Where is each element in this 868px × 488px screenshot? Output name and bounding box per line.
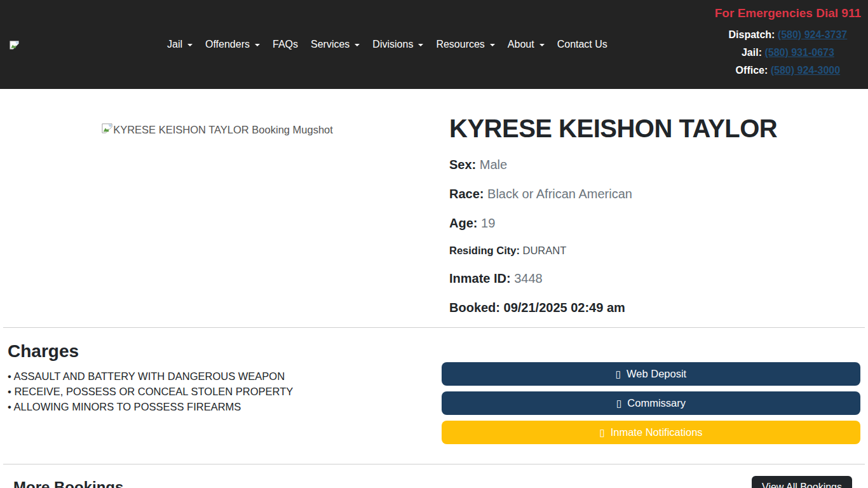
dispatch-phone-link[interactable]: (580) 924-3737 bbox=[778, 29, 847, 40]
actions-column: ▯ Web Deposit ▯ Commissary ▯ Inmate Noti… bbox=[434, 341, 868, 450]
nav-item-jail[interactable]: Jail bbox=[161, 39, 199, 50]
emergency-contacts: For Emergencies Dial 911 Dispatch: (580)… bbox=[715, 5, 861, 79]
residing-city-label: Residing City: bbox=[449, 245, 520, 256]
jail-phone-row: Jail: (580) 931-0673 bbox=[715, 44, 861, 62]
charge-item: ASSAULT AND BATTERY WITH DANGEROUS WEAPO… bbox=[8, 369, 434, 384]
view-all-bookings-button[interactable]: View All Bookings bbox=[752, 476, 852, 488]
commissary-button[interactable]: ▯ Commissary bbox=[442, 391, 860, 415]
chevron-down-icon bbox=[187, 44, 193, 46]
sex-row: Sex: Male bbox=[449, 155, 860, 174]
inmate-notifications-button[interactable]: ▯ Inmate Notifications bbox=[442, 421, 860, 444]
inmate-id-value: 3448 bbox=[514, 271, 543, 285]
sex-label: Sex: bbox=[449, 158, 476, 172]
nav-item-about[interactable]: About bbox=[501, 39, 551, 50]
booked-row: Booked: 09/21/2025 02:49 am bbox=[449, 298, 860, 317]
inmate-notifications-label: Inmate Notifications bbox=[611, 426, 703, 438]
race-row: Race: Black or African American bbox=[449, 184, 860, 203]
charge-item: RECEIVE, POSSESS OR CONCEAL STOLEN PROPE… bbox=[8, 384, 434, 399]
site-header: Jail Offenders FAQs Services Divisions R… bbox=[0, 0, 868, 89]
chevron-down-icon bbox=[539, 44, 545, 46]
inmate-id-label: Inmate ID: bbox=[449, 271, 511, 285]
nav-item-faqs[interactable]: FAQs bbox=[266, 39, 304, 50]
inmate-id-row: Inmate ID: 3448 bbox=[449, 269, 860, 288]
inmate-notifications-icon: ▯ bbox=[599, 428, 604, 437]
sex-value: Male bbox=[480, 158, 507, 172]
site-logo-broken-image[interactable] bbox=[9, 39, 20, 50]
race-value: Black or African American bbox=[487, 187, 632, 201]
booking-detail-page: KYRESE KEISHON TAYLOR Booking Mugshot KY… bbox=[0, 89, 868, 488]
mugshot-broken-image: KYRESE KEISHON TAYLOR Booking Mugshot bbox=[0, 122, 434, 137]
residing-city-value: DURANT bbox=[523, 245, 567, 256]
booked-value: 09/21/2025 02:49 am bbox=[504, 301, 625, 315]
inmate-name-heading: KYRESE KEISHON TAYLOR bbox=[449, 113, 860, 144]
jail-label: Jail: bbox=[742, 47, 762, 58]
dispatch-phone-row: Dispatch: (580) 924-3737 bbox=[715, 26, 861, 44]
more-bookings-section: More Bookings View All Bookings bbox=[0, 464, 868, 488]
more-bookings-heading: More Bookings bbox=[13, 478, 123, 488]
web-deposit-label: Web Deposit bbox=[627, 368, 686, 380]
web-deposit-button[interactable]: ▯ Web Deposit bbox=[442, 362, 860, 386]
charges-heading: Charges bbox=[8, 341, 434, 362]
nav-item-resources[interactable]: Resources bbox=[430, 39, 501, 50]
emergency-title: For Emergencies Dial 911 bbox=[715, 5, 861, 22]
residing-city-row: Residing City: DURANT bbox=[449, 243, 860, 259]
office-phone-row: Office: (580) 924-3000 bbox=[715, 62, 861, 79]
race-label: Race: bbox=[449, 187, 484, 201]
main-nav: Jail Offenders FAQs Services Divisions R… bbox=[161, 0, 614, 89]
jail-phone-link[interactable]: (580) 931-0673 bbox=[764, 47, 834, 58]
charges-column: Charges ASSAULT AND BATTERY WITH DANGERO… bbox=[0, 341, 434, 450]
charge-list: ASSAULT AND BATTERY WITH DANGEROUS WEAPO… bbox=[8, 369, 434, 414]
nav-item-divisions[interactable]: Divisions bbox=[366, 39, 430, 50]
age-value: 19 bbox=[481, 216, 495, 230]
office-phone-link[interactable]: (580) 924-3000 bbox=[771, 65, 840, 76]
dispatch-label: Dispatch: bbox=[728, 29, 775, 40]
web-deposit-icon: ▯ bbox=[616, 369, 621, 379]
nav-item-offenders[interactable]: Offenders bbox=[199, 39, 266, 50]
nav-item-contact-us[interactable]: Contact Us bbox=[551, 39, 614, 50]
mugshot-alt-text: KYRESE KEISHON TAYLOR Booking Mugshot bbox=[113, 123, 333, 136]
charges-section: Charges ASSAULT AND BATTERY WITH DANGERO… bbox=[0, 328, 868, 450]
broken-image-icon bbox=[101, 122, 113, 137]
mugshot-column: KYRESE KEISHON TAYLOR Booking Mugshot bbox=[0, 113, 434, 327]
chevron-down-icon bbox=[355, 44, 360, 46]
chevron-down-icon bbox=[255, 44, 260, 46]
broken-image-icon bbox=[9, 41, 20, 52]
chevron-down-icon bbox=[418, 44, 423, 46]
charge-item: ALLOWING MINORS TO POSSESS FIREARMS bbox=[8, 399, 434, 414]
commissary-icon: ▯ bbox=[616, 398, 621, 408]
nav-item-services[interactable]: Services bbox=[304, 39, 366, 50]
age-row: Age: 19 bbox=[449, 214, 860, 233]
office-label: Office: bbox=[736, 65, 768, 76]
age-label: Age: bbox=[449, 216, 477, 230]
chevron-down-icon bbox=[490, 44, 495, 46]
booked-label: Booked: bbox=[449, 301, 500, 315]
inmate-details-column: KYRESE KEISHON TAYLOR Sex: Male Race: Bl… bbox=[434, 113, 868, 327]
inmate-profile-section: KYRESE KEISHON TAYLOR Booking Mugshot KY… bbox=[0, 89, 868, 327]
commissary-label: Commissary bbox=[627, 397, 686, 409]
